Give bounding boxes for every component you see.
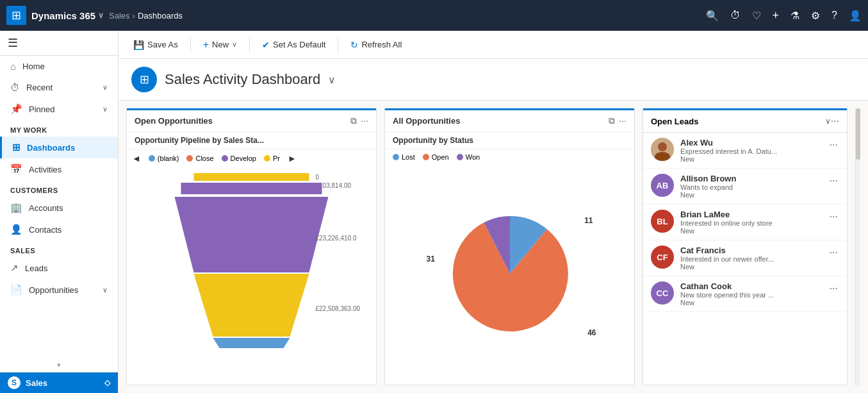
- pinned-chevron: ∨: [102, 105, 108, 113]
- toolbar: 💾 Save As + New ∨ ✔ Set As Default ↻ Ref…: [119, 31, 868, 59]
- pie-label-46: 46: [587, 328, 596, 337]
- accounts-icon: 🏢: [10, 202, 22, 213]
- sidebar: ☰ ⌂ Home ⏱ Recent ∨ 📌 Pinned ∨ My Work ⊞…: [0, 31, 119, 393]
- contacts-icon: 👤: [10, 224, 22, 235]
- refresh-all-button[interactable]: ↻ Refresh All: [343, 36, 409, 54]
- pie-chart-svg: [439, 203, 580, 344]
- svg-text:£23,226,410.0: £23,226,410.0: [316, 235, 357, 242]
- legend-develop: Develop: [222, 155, 256, 162]
- waffle-icon[interactable]: ⊞: [6, 6, 26, 25]
- funnel-bar-top: [194, 173, 309, 181]
- new-button[interactable]: + New ∨: [196, 35, 244, 54]
- save-icon: 💾: [133, 40, 144, 50]
- opportunities-icon: 📄: [10, 284, 22, 296]
- all-opp-more-icon[interactable]: ···: [619, 115, 626, 126]
- legend-pr-dot: [264, 155, 270, 162]
- svg-text:£22,508,363.00: £22,508,363.00: [316, 305, 361, 312]
- lead-item-brian-lamee[interactable]: BL Brian LaMee Interested in online only…: [643, 205, 847, 240]
- leads-header: Open Leads ∨ ···: [643, 110, 847, 133]
- sidebar-item-recent[interactable]: ⏱ Recent ∨: [0, 77, 118, 98]
- lead-item-allison-brown[interactable]: AB Allison Brown Wants to expand New ···: [643, 169, 847, 205]
- all-opp-expand-icon[interactable]: ⧉: [609, 115, 615, 126]
- allison-brown-avatar: AB: [651, 174, 674, 197]
- legend-develop-dot: [222, 155, 228, 162]
- new-chevron: ∨: [232, 40, 237, 49]
- open-opp-header: Open Opportunities ⧉ ···: [127, 110, 376, 132]
- add-icon[interactable]: +: [773, 9, 780, 22]
- alex-wu-avatar: [651, 138, 674, 161]
- recent-icon: ⏱: [10, 82, 20, 93]
- pie-chart-body: 11 46 31: [385, 165, 634, 385]
- alex-wu-more[interactable]: ···: [828, 138, 839, 152]
- expand-icon[interactable]: ⧉: [350, 115, 357, 126]
- sidebar-item-activities[interactable]: 📅 Activities: [0, 158, 118, 180]
- brian-lamee-more[interactable]: ···: [828, 210, 839, 224]
- cat-francis-more[interactable]: ···: [828, 246, 839, 260]
- new-icon: +: [203, 39, 209, 51]
- funnel-blue-bottom: [213, 338, 290, 348]
- dashboard-grid: Open Opportunities ⧉ ··· Opportunity Pip…: [119, 101, 868, 393]
- open-opp-title: Open Opportunities: [135, 116, 345, 126]
- pie-label-won: 11: [584, 216, 593, 225]
- cathan-cook-info: Cathan Cook New store opened this year .…: [680, 281, 822, 306]
- lead-item-cat-francis[interactable]: CF Cat Francis Interested in our newer o…: [643, 240, 847, 276]
- leads-dropdown[interactable]: ∨: [825, 117, 831, 126]
- sales-diamond: ◇: [104, 378, 110, 387]
- dashboard-title: Sales Activity Dashboard: [165, 71, 320, 88]
- allison-brown-more[interactable]: ···: [828, 174, 839, 188]
- help-icon[interactable]: ?: [831, 10, 837, 21]
- legend-blank: (blank): [149, 155, 179, 162]
- user-icon[interactable]: 👤: [849, 10, 862, 22]
- scrollbar-thumb[interactable]: [856, 108, 860, 160]
- section-sales: Sales: [0, 240, 118, 257]
- funnel-bar-2: [181, 183, 322, 194]
- timer-icon[interactable]: ⏱: [730, 10, 741, 21]
- leads-more-icon[interactable]: ···: [831, 115, 839, 127]
- hamburger-icon[interactable]: ☰: [8, 36, 18, 50]
- sidebar-item-opportunities[interactable]: 📄 Opportunities ∨: [0, 279, 118, 301]
- leads-icon: ↗: [10, 262, 19, 274]
- sidebar-item-accounts[interactable]: 🏢 Accounts: [0, 197, 118, 219]
- pie-label-lost: 31: [427, 255, 435, 263]
- section-my-work: My Work: [0, 120, 118, 137]
- right-scrollbar[interactable]: [855, 108, 860, 385]
- bookmark-icon[interactable]: ♡: [752, 10, 761, 22]
- sidebar-bottom-sales[interactable]: S Sales ◇: [0, 372, 118, 393]
- sidebar-item-pinned[interactable]: 📌 Pinned ∨: [0, 98, 118, 120]
- top-nav-icons: 🔍 ⏱ ♡ + ⚗ ⚙ ? 👤: [706, 9, 862, 22]
- funnel-purple: [175, 197, 329, 272]
- lead-item-cathan-cook[interactable]: CC Cathan Cook New store opened this yea…: [643, 276, 847, 312]
- brand-chevron[interactable]: ∨: [98, 11, 104, 20]
- filter-icon[interactable]: ⚗: [790, 10, 799, 22]
- sidebar-item-home[interactable]: ⌂ Home: [0, 56, 118, 77]
- save-as-button[interactable]: 💾 Save As: [126, 36, 185, 54]
- legend-open: Open: [423, 153, 449, 161]
- pie-chart-wrapper: 11 46 31: [439, 203, 580, 347]
- toolbar-sep-3: [338, 37, 338, 53]
- all-opp-subtitle: Opportunity by Status: [385, 132, 634, 149]
- funnel-chart-svg: 0 £103,814.00 £23,226,410.0 £22,508,363.…: [132, 170, 371, 349]
- dashboard-icon: ⊞: [131, 67, 157, 92]
- sidebar-item-contacts[interactable]: 👤 Contacts: [0, 219, 118, 240]
- settings-icon[interactable]: ⚙: [811, 10, 820, 22]
- cathan-cook-more[interactable]: ···: [828, 281, 839, 296]
- search-icon[interactable]: 🔍: [706, 10, 719, 22]
- all-opportunities-card: All Opportunities ⧉ ··· Opportunity by S…: [384, 108, 635, 385]
- legend-close: Close: [186, 155, 213, 162]
- svg-text:0: 0: [316, 174, 320, 181]
- lead-item-alex-wu[interactable]: Alex Wu Expressed interest in A. Datu...…: [643, 133, 847, 169]
- sidebar-item-dashboards[interactable]: ⊞ Dashboards: [0, 137, 118, 158]
- funnel-next[interactable]: ►: [288, 153, 297, 163]
- sales-icon: S: [8, 376, 20, 389]
- pin-icon: 📌: [10, 103, 22, 115]
- open-leads-card: Open Leads ∨ ···: [643, 108, 848, 385]
- sidebar-item-leads[interactable]: ↗ Leads: [0, 257, 118, 279]
- more-icon[interactable]: ···: [361, 115, 368, 126]
- set-as-default-button[interactable]: ✔ Set As Default: [255, 36, 332, 54]
- legend-lost: Lost: [393, 153, 415, 161]
- brian-lamee-info: Brian LaMee Interested in online only st…: [680, 210, 822, 235]
- brand-name: Dynamics 365 ∨: [31, 10, 104, 21]
- funnel-prev[interactable]: ◄: [132, 153, 141, 163]
- dashboard-dropdown-icon[interactable]: ∨: [328, 74, 336, 86]
- leads-list: Alex Wu Expressed interest in A. Datu...…: [643, 133, 847, 385]
